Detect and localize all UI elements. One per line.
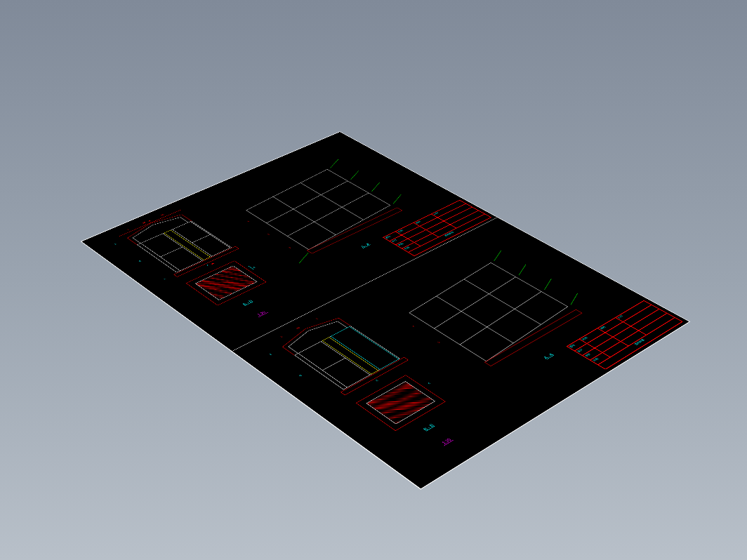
- svg-line-7: [366, 182, 385, 192]
- viewport-3d[interactable]: 2 90 90 2 B 1 4 6: [0, 0, 747, 560]
- aa-svg: [217, 159, 430, 269]
- section-bb-2: 6: [356, 375, 453, 436]
- bb-label-1: B - B: [242, 300, 253, 306]
- dim-top-1b: 2: [280, 335, 284, 338]
- main-body-outline-2: [294, 326, 400, 389]
- title-block-2: 图号 比例 材料 1:20 设计 审核: [566, 300, 682, 370]
- tb2-r4c1: 日期: [590, 352, 610, 364]
- svg-line-13: [464, 279, 541, 325]
- bb-dim-6: 6: [253, 267, 256, 269]
- dim-top-2b: 90: [296, 327, 300, 330]
- tb2-h4: 1:20: [616, 300, 652, 321]
- aa-label-1: A - A: [360, 243, 371, 248]
- svg-line-3: [300, 183, 364, 220]
- scale-label-2: 1:20: [439, 437, 454, 446]
- tb2-h1: 图号: [567, 339, 587, 351]
- tb2-r4c2: [602, 342, 628, 357]
- svg-line-10: [428, 277, 522, 328]
- section-aa-1: 4 3 2: [217, 159, 430, 269]
- svg-line-16: [513, 265, 532, 275]
- base-red-2: [341, 357, 409, 395]
- aa-dim-2b: 3: [437, 341, 440, 343]
- main-view-2: 2 90 1 2 B 3: [263, 307, 421, 403]
- tb2-h3: 材料: [597, 318, 623, 333]
- svg-line-12: [436, 296, 513, 343]
- leader-2: 2: [114, 243, 117, 245]
- aa-label-2: A - A: [543, 353, 554, 360]
- bleader-3: 3: [375, 380, 378, 382]
- leader-1: 1: [163, 278, 166, 280]
- tb2-r3c2: [595, 337, 621, 352]
- tb2-r2c2: [587, 333, 613, 348]
- svg-line-8: [388, 194, 406, 204]
- svg-rect-14: [484, 309, 582, 366]
- tb2-title: 图纸标题: [598, 317, 683, 369]
- tb2-r4c3: [621, 331, 647, 346]
- tb2-r4c4: [639, 313, 675, 335]
- aa-dim-1b: 4: [411, 325, 415, 327]
- tb2-r3c3: [613, 326, 639, 342]
- svg-line-18: [564, 293, 584, 305]
- scale-label-1: 1:20: [255, 310, 268, 317]
- drawing-sheet[interactable]: 2 90 90 2 B 1 4 6: [81, 131, 691, 489]
- section-aa-2: 4 3: [377, 250, 612, 386]
- tb2-r2c3: [605, 322, 630, 338]
- tb2-h2: 比例: [579, 328, 605, 344]
- svg-line-5: [325, 159, 343, 168]
- svg-line-11: [454, 291, 548, 345]
- sheet-half-top: 2 90 90 2 B 1 4 6: [81, 132, 497, 352]
- aa-svg-2: [377, 250, 612, 386]
- dim-top-3b: 1: [315, 318, 319, 320]
- svg-line-6: [345, 171, 364, 180]
- main-svg-2: [263, 307, 421, 403]
- mullion-yellow-2: [322, 337, 378, 374]
- door-right-2: [331, 326, 399, 370]
- leader-B: B: [138, 260, 142, 262]
- door-left-2: [298, 341, 370, 387]
- svg-line-15: [488, 251, 508, 261]
- bleader-b: B: [298, 374, 302, 376]
- svg-line-0: [261, 181, 352, 223]
- svg-line-17: [538, 279, 557, 290]
- bb-dim-6b: 6: [428, 382, 431, 385]
- tb2-r3c4: [630, 309, 667, 331]
- bb-label-2: B - B: [422, 423, 435, 432]
- mid-rail-left-2: [322, 358, 345, 371]
- drawing-sheet-wrap: 2 90 90 2 B 1 4 6: [81, 131, 691, 489]
- tb2-r3c1: 审核: [582, 348, 602, 360]
- tb2-r2c1: 设计: [574, 344, 595, 356]
- svg-line-2: [273, 196, 336, 234]
- bb-outer-2: [356, 375, 446, 431]
- svg-line-9: [293, 253, 314, 263]
- tb2-r2c4: [623, 305, 659, 326]
- leader-2b: 2: [269, 353, 272, 355]
- bb-hatch-2: [366, 381, 435, 424]
- svg-line-1: [282, 193, 374, 236]
